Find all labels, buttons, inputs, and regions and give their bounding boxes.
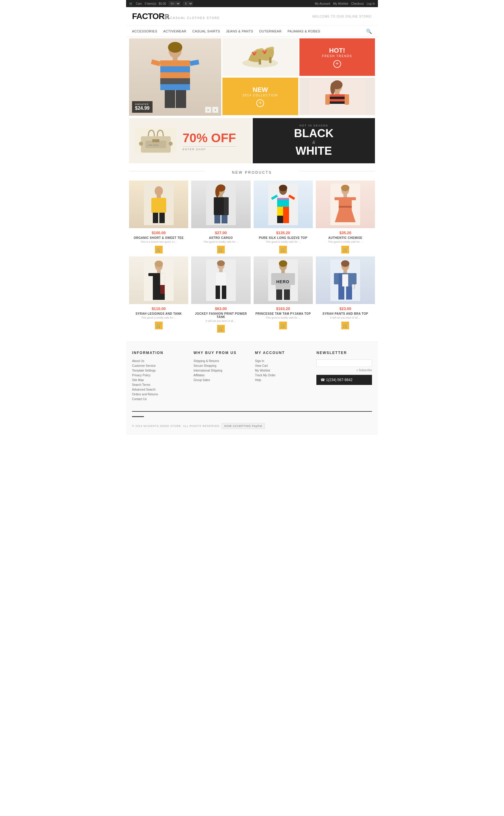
top-bar-right: My Account My Wishlist Checkout Log In [315, 2, 375, 5]
add-to-cart-btn-3[interactable]: 🛒 [279, 246, 287, 253]
my-wishlist-link[interactable]: My Wishlist [333, 2, 348, 5]
footer-link-contact-us[interactable]: Contact Us [132, 397, 188, 401]
product-price-8: $23.00 [316, 306, 375, 311]
new-plus-btn[interactable]: + [256, 99, 264, 107]
hero-nav-arrows: ‹ › [205, 107, 218, 113]
footer-link-search-terms[interactable]: Search Terms [132, 383, 188, 386]
footer-link-about[interactable]: About Us [132, 359, 188, 362]
subscribe-btn[interactable]: » Subscribe [356, 368, 372, 372]
svg-rect-41 [157, 195, 161, 198]
logo[interactable]: FACTORℝ CASUAL CLOTHES STORE [132, 12, 220, 21]
svg-rect-13 [259, 59, 261, 65]
hero-main-banner[interactable]: SWEATER $24.99 ‹ › [129, 38, 221, 116]
newsletter-input[interactable] [316, 359, 372, 367]
hero-woman-banner[interactable] [299, 78, 375, 115]
nav-activewear[interactable]: ACTIVEWEAR [163, 26, 186, 37]
footer-link-customer-service[interactable]: Customer Service [132, 364, 188, 367]
sale-banner[interactable]: kate spade 70% OFF ENTER SHOP [129, 118, 252, 163]
product-card-8[interactable]: $23.00 SYRAH PANTS AND BRA TOP It will s… [316, 256, 375, 332]
nav-outerwear[interactable]: OUTERWEAR [259, 26, 282, 37]
product-card-3[interactable]: $135.20 PURE SILK LONG SLEEVE TOP This g… [254, 180, 313, 253]
nav-links: ACCESSORIES ACTIVEWEAR CASUAL SHIRTS JEA… [132, 26, 320, 37]
nav-jeans-pants[interactable]: JEANS & PANTS [226, 26, 253, 37]
currency-select[interactable]: $ [183, 1, 193, 6]
footer-link-group-sales[interactable]: Group Sales [194, 378, 249, 382]
footer-link-site-map[interactable]: Site Map [132, 378, 188, 382]
footer-link-track-order[interactable]: Track My Order [255, 373, 311, 377]
product-price-5: $110.00 [129, 306, 188, 311]
hero-shoes-banner[interactable] [222, 38, 298, 76]
footer-link-view-cart[interactable]: View Cart [255, 364, 311, 367]
footer-link-advanced-search[interactable]: Advanced Search [132, 388, 188, 391]
bw-banner[interactable]: HOT IN SEASON BLACK & WHITE [253, 118, 375, 163]
hot-plus-btn[interactable]: + [333, 60, 341, 68]
svg-point-53 [215, 186, 219, 197]
footer-link-intl-shipping[interactable]: International Shipping [194, 369, 249, 372]
hero-next-btn[interactable]: › [212, 107, 218, 113]
svg-point-70 [341, 185, 349, 191]
footer-link-shipping-returns[interactable]: Shipping & Returns [194, 359, 249, 362]
add-to-cart-btn-7[interactable]: 🛒 [279, 321, 287, 329]
shoes-svg [236, 42, 284, 72]
svg-rect-11 [176, 90, 186, 108]
product-card-2[interactable]: $27.00 ASTRO CARGO This good is totally … [191, 180, 250, 253]
sale-off-text: 70% OFF [183, 131, 236, 145]
footer-link-secure-shopping[interactable]: Secure Shopping [194, 364, 249, 367]
why-buy-title: WHY BUY FROM US [194, 351, 249, 355]
cart-label: Cart: [136, 2, 142, 5]
hero-prev-btn[interactable]: ‹ [205, 107, 211, 113]
product-card-5[interactable]: $110.00 SYRAH LEGGINGS AND TANK This goo… [129, 256, 188, 332]
add-to-cart-btn-6[interactable]: 🛒 [217, 325, 225, 332]
footer-link-affiliates[interactable]: Affiliates [194, 373, 249, 377]
svg-rect-110 [334, 273, 339, 284]
footer-link-help[interactable]: Help [255, 378, 311, 382]
hero-new-banner[interactable]: NEW 2014 COLLECTION + [222, 78, 298, 115]
svg-rect-99 [271, 273, 276, 285]
product-3-svg [268, 183, 298, 225]
search-icon[interactable]: 🔍 [366, 29, 372, 34]
nav-pajamas-robes[interactable]: PAJAMAS & ROBES [288, 26, 320, 37]
product-card-7[interactable]: HERO $163.20 PRINCESSE TAM TAM PYJAMA TO… [254, 256, 313, 332]
footer-link-sign-in[interactable]: Sign In [255, 359, 311, 362]
svg-rect-14 [269, 57, 271, 63]
cart-items[interactable]: 0 item(s) [145, 2, 156, 5]
nav-accessories[interactable]: ACCESSORIES [132, 26, 157, 37]
footer-link-template-settings[interactable]: Template Settings [132, 369, 188, 372]
svg-rect-2 [173, 57, 178, 60]
product-image-8 [316, 256, 375, 304]
add-to-cart-btn-8[interactable]: 🛒 [341, 321, 349, 329]
svg-rect-23 [335, 91, 340, 94]
nav-casual-shirts[interactable]: CASUAL SHIRTS [192, 26, 220, 37]
product-desc-3: This good is totally safe for ... [254, 240, 313, 243]
footer-link-privacy-policy[interactable]: Privacy Policy [132, 373, 188, 377]
svg-rect-44 [159, 213, 165, 223]
add-to-cart-btn-4[interactable]: 🛒 [341, 246, 349, 253]
banner-row: kate spade 70% OFF ENTER SHOP HOT IN SEA… [126, 117, 378, 164]
product-desc-7: This good is totally safe for ... [254, 316, 313, 319]
my-account-link[interactable]: My Account [315, 2, 330, 5]
add-to-cart-btn-5[interactable]: 🛒 [155, 321, 163, 329]
add-to-cart-btn-2[interactable]: 🛒 [217, 246, 225, 253]
product-8-svg [330, 259, 360, 301]
svg-rect-27 [328, 101, 346, 104]
product-card-1[interactable]: $100.00 ORGANIC SHORT & SWEET TEE This i… [129, 180, 188, 253]
footer-link-orders-returns[interactable]: Orders and Returns [132, 393, 188, 396]
svg-rect-79 [153, 294, 165, 300]
add-to-cart-btn-1[interactable]: 🛒 [155, 246, 163, 253]
footer-link-my-wishlist[interactable]: My Wishlist [255, 369, 311, 372]
product-price-7: $163.20 [254, 306, 313, 311]
phone-btn[interactable]: ☎ 1(234) 567-9842 [316, 375, 372, 385]
login-link[interactable]: Log In [367, 2, 375, 5]
checkout-link[interactable]: Checkout [351, 2, 364, 5]
paypal-badge[interactable]: NOW ACCEPTING PayPal [222, 423, 265, 429]
language-select[interactable]: En [169, 1, 180, 6]
svg-rect-75 [157, 270, 161, 273]
product-desc-8: It will set you best of all ... [316, 316, 375, 319]
product-card-6[interactable]: $63.00 JOCKEY FASHION PRINT POWER TANK I… [191, 256, 250, 332]
bag-image: kate spade [135, 127, 177, 154]
product-card-4[interactable]: $35.20 AUTHENTIC CHEMISE This good is to… [316, 180, 375, 253]
product-name-1: ORGANIC SHORT & SWEET TEE [129, 236, 188, 239]
hero-hot-banner[interactable]: HOT! FRESH TRENDS + [299, 38, 375, 76]
product-name-8: SYRAH PANTS AND BRA TOP [316, 312, 375, 315]
top-bar-left: 🛒 Cart: 0 item(s) $0.00 En $ [129, 1, 193, 6]
